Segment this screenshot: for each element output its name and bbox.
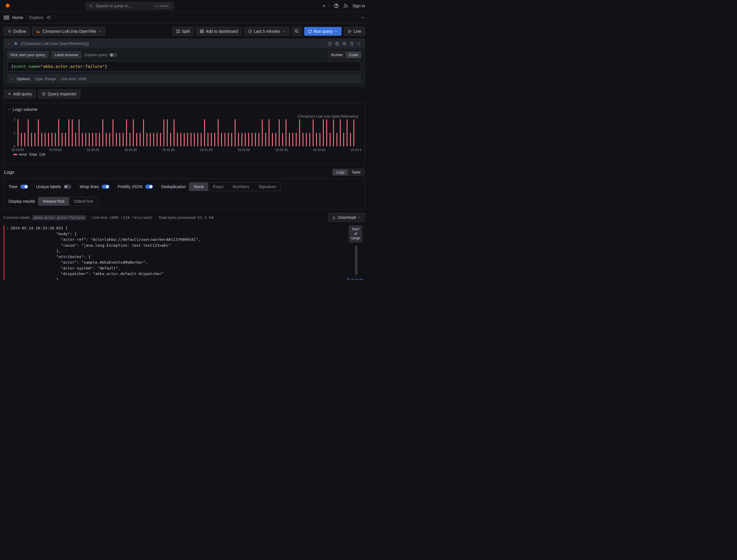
grafana-logo-icon[interactable] <box>4 2 12 10</box>
svg-rect-129 <box>299 119 300 146</box>
svg-rect-126 <box>289 133 290 146</box>
svg-rect-137 <box>327 119 327 146</box>
add-query-button[interactable]: Add query <box>4 90 36 98</box>
code-tab[interactable]: Code <box>346 52 361 58</box>
split-label: Split <box>182 29 190 34</box>
rss-icon[interactable] <box>343 3 348 8</box>
split-button[interactable]: Split <box>172 27 194 36</box>
svg-rect-61 <box>68 119 69 146</box>
search-shortcut: cmd+k <box>153 4 171 8</box>
newest-first[interactable]: Newest first <box>38 197 69 205</box>
chevron-right-icon: › <box>25 15 27 20</box>
svg-rect-139 <box>333 119 334 146</box>
svg-rect-113 <box>245 133 246 146</box>
svg-rect-99 <box>197 133 198 146</box>
svg-rect-130 <box>303 133 303 146</box>
builder-tab[interactable]: Builder <box>328 52 346 58</box>
info-icon[interactable] <box>328 42 332 46</box>
svg-rect-105 <box>218 119 219 146</box>
signin-link[interactable]: Sign in <box>353 4 365 8</box>
logs-volume-title[interactable]: Logs volume <box>7 107 361 112</box>
prettify-json-toggle[interactable] <box>145 185 153 189</box>
svg-rect-124 <box>282 133 283 146</box>
svg-line-11 <box>48 16 49 17</box>
breadcrumb-home[interactable]: Home <box>12 15 23 20</box>
svg-line-1 <box>92 6 92 7</box>
chevron-down-icon[interactable] <box>7 42 11 45</box>
eye-icon[interactable] <box>342 42 347 46</box>
logs-tab[interactable]: Logs <box>333 169 348 175</box>
help-icon[interactable] <box>334 3 339 8</box>
svg-text:16:29:30: 16:29:30 <box>49 148 61 152</box>
svg-rect-114 <box>248 133 249 146</box>
add-menu-button[interactable] <box>322 4 330 8</box>
unique-labels-toggle[interactable] <box>64 185 71 189</box>
label-browser-button[interactable]: Label browser <box>51 51 82 59</box>
svg-rect-92 <box>174 119 175 146</box>
expand-log-icon[interactable]: › <box>7 225 8 280</box>
wrap-lines-toggle[interactable] <box>102 185 109 189</box>
svg-rect-95 <box>184 133 185 146</box>
dedup-signature[interactable]: Signature <box>254 183 281 191</box>
add-to-dashboard-button[interactable]: Add to dashboard <box>196 27 242 36</box>
svg-text:1: 1 <box>13 131 15 135</box>
svg-rect-132 <box>310 133 310 146</box>
time-range-picker[interactable]: Last 5 minutes <box>244 27 290 36</box>
svg-rect-103 <box>211 133 212 146</box>
svg-rect-115 <box>252 133 253 146</box>
query-options-row[interactable]: › Options Type: Range Line limit: 1000 <box>7 74 361 83</box>
svg-text:0: 0 <box>13 145 15 148</box>
trash-icon[interactable] <box>350 42 354 46</box>
svg-point-10 <box>49 18 50 19</box>
svg-rect-64 <box>79 119 80 146</box>
query-code-editor[interactable]: {event_name="akka.actor.actor-failure"} <box>7 61 361 71</box>
svg-text:16:31:30: 16:31:30 <box>200 148 212 152</box>
run-query-button[interactable]: Run query <box>304 27 342 36</box>
svg-text:16:32:30: 16:32:30 <box>275 148 288 152</box>
live-button[interactable]: Live <box>344 27 365 36</box>
chevron-down-icon[interactable] <box>54 16 57 19</box>
menu-toggle-icon[interactable] <box>4 16 9 19</box>
svg-rect-52 <box>38 119 39 146</box>
dedup-numbers[interactable]: Numbers <box>228 183 254 191</box>
table-tab[interactable]: Table <box>348 169 364 175</box>
time-toggle[interactable] <box>20 185 28 189</box>
svg-rect-85 <box>150 133 151 146</box>
chart-legend: error Total: 118 <box>7 152 361 157</box>
logs-title: Logs <box>4 170 14 175</box>
outline-button[interactable]: Outline <box>4 27 30 36</box>
query-inspector-button[interactable]: Query inspector <box>38 90 80 98</box>
svg-rect-53 <box>41 133 42 146</box>
drag-icon[interactable] <box>357 42 361 46</box>
logs-view-tabs: Logs Table <box>333 169 365 176</box>
scrollbar[interactable] <box>355 245 358 275</box>
svg-rect-75 <box>116 133 117 146</box>
datasource-label: Cinnamon Loki (via OpenTele <box>42 29 96 34</box>
share-icon[interactable] <box>46 15 51 20</box>
legend-error-label: error <box>19 152 27 157</box>
zoom-out-button[interactable] <box>292 27 302 36</box>
svg-rect-133 <box>313 119 314 146</box>
svg-point-29 <box>330 43 330 43</box>
oldest-first[interactable]: Oldest first <box>69 197 98 205</box>
dedup-none[interactable]: None <box>189 183 208 191</box>
svg-rect-57 <box>55 133 56 146</box>
download-button[interactable]: Download <box>328 213 365 222</box>
copy-icon[interactable] <box>335 42 339 46</box>
kick-start-button[interactable]: Kick start your query <box>7 51 49 59</box>
explain-query-toggle[interactable] <box>109 53 117 57</box>
collapse-icon[interactable] <box>360 15 365 20</box>
datasource-select[interactable]: Cinnamon Loki (via OpenTele <box>32 27 105 36</box>
svg-point-34 <box>358 43 359 44</box>
svg-point-9 <box>49 16 50 17</box>
global-search-input[interactable]: Search or jump to... cmd+k <box>86 2 174 10</box>
display-results-group: Newest first Oldest first <box>38 197 98 206</box>
prettify-json-label: Prettify JSON <box>118 184 142 189</box>
dedup-exact[interactable]: Exact <box>208 183 228 191</box>
svg-point-42 <box>44 93 44 93</box>
svg-rect-91 <box>170 133 171 146</box>
legend-total: Total: 118 <box>29 152 45 157</box>
breadcrumb: Home › Explore <box>12 15 43 20</box>
svg-rect-86 <box>153 133 154 146</box>
line-limit-value: 1000 (118 returned) <box>109 215 153 220</box>
